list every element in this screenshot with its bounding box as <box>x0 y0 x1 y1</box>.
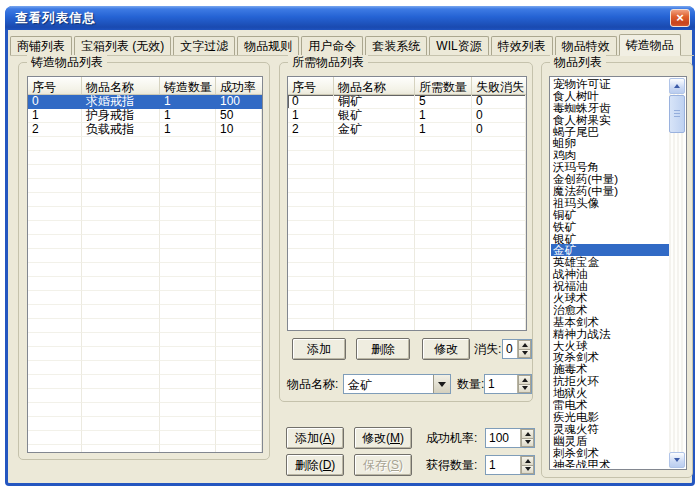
table-row[interactable] <box>28 403 262 417</box>
item-name-combobox[interactable]: 金矿 <box>343 374 451 394</box>
quantity-value[interactable]: 1 <box>485 375 517 393</box>
list-item[interactable]: 火球术 <box>551 292 669 304</box>
list-item[interactable]: 攻杀剑术 <box>551 351 669 363</box>
list-item[interactable]: 食人树叶 <box>551 90 669 102</box>
table-row[interactable] <box>28 179 262 193</box>
tab-item[interactable]: 物品规则 <box>237 36 299 55</box>
table-row[interactable]: 1银矿 10 <box>288 109 526 123</box>
table-row[interactable] <box>288 179 526 193</box>
list-item[interactable]: 银矿 <box>551 233 669 245</box>
table-row[interactable] <box>288 207 526 221</box>
chevron-down-icon[interactable] <box>433 375 450 393</box>
table-row[interactable] <box>288 151 526 165</box>
spinner-down-icon[interactable] <box>521 466 534 475</box>
column-header[interactable]: 物品名称 <box>82 77 160 94</box>
list-item[interactable]: 魔法药(中量) <box>551 185 669 197</box>
need-add-button[interactable]: 添加 <box>292 338 346 360</box>
table-row[interactable] <box>28 291 262 305</box>
list-item[interactable]: 蝎子尾巴 <box>551 126 669 138</box>
table-row[interactable] <box>288 277 526 291</box>
list-item[interactable]: 施毒术 <box>551 363 669 375</box>
column-header[interactable]: 物品名称 <box>334 77 415 94</box>
tab-item[interactable]: 特效列表 <box>491 36 553 55</box>
list-item[interactable]: 铁矿 <box>551 221 669 233</box>
list-item[interactable]: 灵魂火符 <box>551 423 669 435</box>
list-item[interactable]: 大火球 <box>551 340 669 352</box>
table-row[interactable] <box>288 249 526 263</box>
spinner-up-icon[interactable] <box>518 340 531 350</box>
table-row[interactable] <box>28 319 262 333</box>
list-item[interactable]: 基本剑术 <box>551 316 669 328</box>
column-header[interactable]: 铸造数量 <box>160 77 216 94</box>
list-item[interactable]: 金矿 <box>551 244 669 256</box>
table-row[interactable] <box>28 249 262 263</box>
list-item[interactable]: 神圣战甲术 <box>551 459 669 469</box>
need-table[interactable]: 序号 物品名称 所需数量 失败消失 0铜矿 50 1银矿 10 <box>287 76 527 331</box>
table-row[interactable]: 0铜矿 50 <box>288 95 526 109</box>
spinner-down-icon[interactable] <box>518 350 531 359</box>
list-item[interactable]: 幽灵盾 <box>551 435 669 447</box>
tab-item[interactable]: WIL资源 <box>429 36 488 55</box>
list-item[interactable]: 抗拒火环 <box>551 375 669 387</box>
table-row[interactable] <box>28 389 262 403</box>
table-row[interactable] <box>288 319 526 331</box>
success-rate-value[interactable]: 100 <box>486 429 520 447</box>
table-row[interactable] <box>28 375 262 389</box>
table-row[interactable]: 2金矿 10 <box>288 123 526 137</box>
list-item[interactable]: 金创药(中量) <box>551 173 669 185</box>
list-item[interactable]: 鸡肉 <box>551 149 669 161</box>
tab-item[interactable]: 用户命令 <box>301 36 363 55</box>
scrollbar-thumb[interactable] <box>669 95 685 133</box>
table-row[interactable] <box>288 263 526 277</box>
table-row[interactable] <box>28 193 262 207</box>
table-row[interactable]: 0求婚戒指 1100 <box>28 95 262 109</box>
table-row[interactable] <box>288 137 526 151</box>
column-header[interactable]: 所需数量 <box>415 77 472 94</box>
list-item[interactable]: 疾光电影 <box>551 411 669 423</box>
list-item[interactable]: 战神油 <box>551 268 669 280</box>
spinner-down-icon[interactable] <box>518 385 531 394</box>
table-row[interactable] <box>28 235 262 249</box>
close-icon[interactable]: × <box>670 9 690 27</box>
table-row[interactable] <box>288 291 526 305</box>
tab-item[interactable]: 套装系统 <box>365 36 427 55</box>
table-row[interactable] <box>28 137 262 151</box>
scroll-down-icon[interactable] <box>669 452 685 468</box>
tab-item[interactable]: 文字过滤 <box>173 36 235 55</box>
quantity-spinner[interactable]: 1 <box>484 374 532 394</box>
table-row[interactable] <box>28 347 262 361</box>
table-row[interactable]: 1护身戒指 150 <box>28 109 262 123</box>
list-item[interactable]: 刺杀剑术 <box>551 447 669 459</box>
delete-record-button[interactable]: 删除(D) <box>286 454 344 476</box>
table-row[interactable] <box>28 333 262 347</box>
gain-quantity-value[interactable]: 1 <box>486 456 520 474</box>
add-record-button[interactable]: 添加(A) <box>286 427 344 449</box>
list-item[interactable]: 祖玛头像 <box>551 197 669 209</box>
scroll-up-icon[interactable] <box>669 78 685 94</box>
lose-value[interactable]: 0 <box>503 340 517 358</box>
spinner-up-icon[interactable] <box>521 456 534 466</box>
list-item[interactable]: 精神力战法 <box>551 328 669 340</box>
success-rate-spinner[interactable]: 100 <box>485 428 535 448</box>
table-row[interactable] <box>288 305 526 319</box>
tab-item[interactable]: 商铺列表 <box>10 36 72 55</box>
table-row[interactable] <box>28 221 262 235</box>
table-row[interactable] <box>28 417 262 431</box>
column-header[interactable]: 序号 <box>288 77 334 94</box>
table-row[interactable] <box>28 445 262 453</box>
table-row[interactable] <box>28 431 262 445</box>
table-row[interactable] <box>288 221 526 235</box>
list-item[interactable]: 宠物许可证 <box>551 78 669 90</box>
spinner-down-icon[interactable] <box>521 439 534 448</box>
tab-item[interactable]: 铸造物品 <box>619 34 681 56</box>
list-item[interactable]: 铜矿 <box>551 209 669 221</box>
need-modify-button[interactable]: 修改 <box>422 338 470 360</box>
column-header[interactable]: 失败消失 <box>472 77 526 94</box>
modify-record-button[interactable]: 修改(M) <box>354 427 412 449</box>
list-item[interactable]: 蛆卵 <box>551 137 669 149</box>
need-delete-button[interactable]: 删除 <box>356 338 410 360</box>
list-item[interactable]: 英雄宝盒 <box>551 256 669 268</box>
item-list[interactable]: 宠物许可证食人树叶毒蜘蛛牙齿食人树果实蝎子尾巴蛆卵鸡肉沃玛号角金创药(中量)魔法… <box>549 76 687 470</box>
spinner-up-icon[interactable] <box>518 375 531 385</box>
table-row[interactable] <box>28 277 262 291</box>
